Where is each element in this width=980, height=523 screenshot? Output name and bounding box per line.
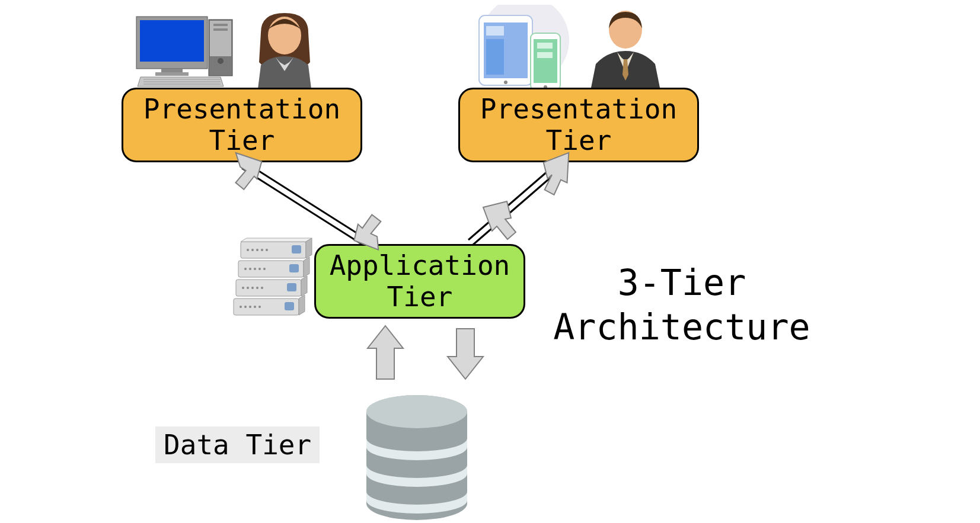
svg-point-19	[504, 81, 507, 84]
svg-marker-52	[299, 295, 305, 315]
svg-point-47	[251, 287, 254, 289]
data-tier-label: Data Tier	[155, 426, 320, 463]
database-icon	[360, 391, 473, 521]
male-user-icon	[584, 5, 667, 88]
presentation-right-line1: Presentation	[480, 93, 677, 125]
svg-marker-44	[301, 276, 307, 296]
application-line2: Tier	[387, 281, 453, 313]
svg-rect-17	[486, 26, 504, 36]
svg-marker-71	[368, 326, 403, 379]
svg-point-31	[256, 249, 258, 251]
svg-line-64	[242, 168, 363, 245]
svg-rect-22	[537, 43, 553, 49]
svg-marker-28	[306, 238, 312, 258]
svg-point-33	[266, 249, 268, 251]
title-line1: 3-Tier	[618, 262, 746, 303]
svg-point-56	[254, 306, 256, 308]
female-user-icon	[246, 6, 323, 89]
svg-point-37	[244, 268, 247, 270]
svg-rect-58	[285, 302, 294, 310]
svg-rect-6	[140, 20, 204, 62]
svg-point-41	[263, 268, 266, 270]
svg-point-57	[258, 306, 261, 308]
desktop-computer-icon	[126, 11, 238, 88]
svg-rect-18	[486, 39, 504, 75]
arrow-application-to-data	[368, 326, 483, 379]
svg-point-4	[218, 58, 224, 64]
arrow-left-presentation-to-application	[232, 153, 381, 250]
svg-marker-72	[448, 329, 483, 379]
application-line1: Application	[330, 249, 510, 281]
presentation-right-line2: Tier	[546, 124, 612, 156]
svg-point-62	[366, 395, 467, 428]
presentation-left-line1: Presentation	[143, 93, 340, 125]
svg-rect-8	[155, 72, 189, 76]
svg-point-29	[247, 249, 249, 251]
application-tier: Application Tier	[314, 244, 525, 319]
svg-point-38	[249, 268, 251, 270]
presentation-tier-left: Presentation Tier	[122, 88, 362, 162]
svg-point-48	[256, 287, 258, 289]
svg-point-53	[240, 306, 242, 308]
svg-point-39	[254, 268, 256, 270]
svg-point-40	[258, 268, 261, 270]
server-rack-icon	[230, 237, 313, 320]
svg-line-63	[246, 163, 368, 240]
svg-point-46	[247, 287, 249, 289]
svg-rect-50	[287, 283, 296, 291]
title-line2: Architecture	[553, 306, 810, 348]
diagram-title: 3-Tier Architecture	[516, 261, 848, 349]
svg-line-68	[473, 168, 562, 245]
svg-marker-36	[304, 257, 309, 277]
svg-point-54	[244, 306, 247, 308]
svg-rect-3	[213, 28, 228, 31]
arrow-right-presentation-to-application	[468, 153, 573, 245]
data-tier-text: Data Tier	[164, 429, 311, 461]
svg-point-32	[261, 249, 263, 251]
svg-marker-70	[483, 201, 516, 239]
svg-marker-27	[241, 238, 312, 242]
svg-point-55	[249, 306, 251, 308]
svg-rect-34	[292, 245, 301, 254]
mobile-devices-icon	[468, 5, 575, 94]
svg-rect-7	[161, 69, 183, 72]
svg-rect-23	[537, 52, 553, 58]
svg-point-30	[251, 249, 254, 251]
svg-line-67	[468, 163, 557, 240]
svg-point-45	[242, 287, 244, 289]
svg-rect-2	[213, 24, 228, 26]
svg-point-49	[261, 287, 263, 289]
svg-rect-42	[289, 264, 299, 272]
presentation-tier-right: Presentation Tier	[458, 88, 699, 162]
presentation-left-line2: Tier	[209, 124, 275, 156]
